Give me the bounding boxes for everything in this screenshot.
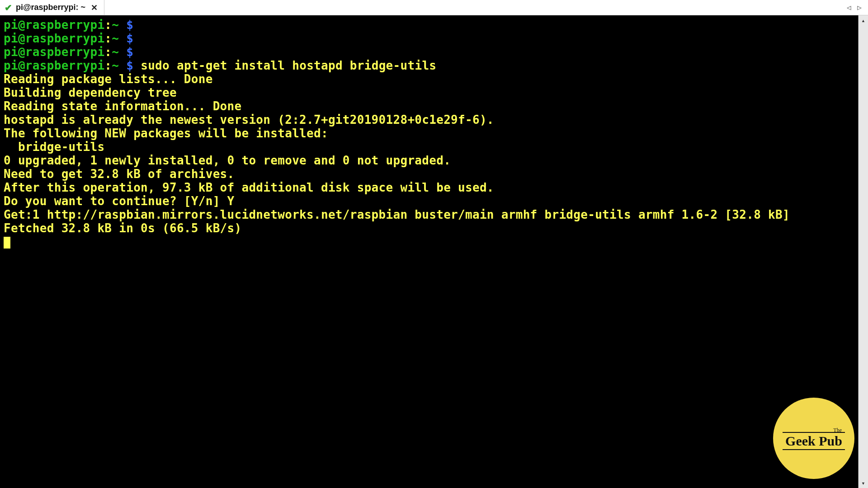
output-line: Building dependency tree	[4, 86, 177, 99]
output-line: Get:1 http://raspbian.mirrors.lucidnetwo…	[4, 208, 790, 221]
tab-nav: ◁ ▷	[845, 0, 868, 15]
prompt-sep: :	[104, 18, 112, 32]
watermark-logo: The Geek Pub	[773, 398, 854, 479]
scrollbar[interactable]: ▴ ▾	[858, 15, 868, 488]
prompt-user: pi@raspberrypi	[4, 45, 104, 59]
output-line: Need to get 32.8 kB of archives.	[4, 167, 235, 181]
terminal[interactable]: pi@raspberrypi:~ $ pi@raspberrypi:~ $ pi…	[0, 15, 858, 488]
tab-title: pi@raspberrypi: ~	[16, 3, 85, 12]
prompt-user: pi@raspberrypi	[4, 18, 104, 32]
prev-tab-icon[interactable]: ◁	[845, 3, 853, 12]
output-line: hostapd is already the newest version (2…	[4, 113, 494, 127]
output-line: Reading state information... Done	[4, 99, 241, 113]
output-line: Reading package lists... Done	[4, 72, 213, 86]
prompt-sep: :	[104, 59, 112, 72]
output-line: 0 upgraded, 1 newly installed, 0 to remo…	[4, 154, 451, 167]
prompt-path: ~	[112, 18, 119, 32]
prompt-sep: :	[104, 45, 112, 59]
prompt-symbol: $	[126, 18, 133, 32]
terminal-wrap: pi@raspberrypi:~ $ pi@raspberrypi:~ $ pi…	[0, 15, 868, 488]
output-line: bridge-utils	[4, 140, 104, 154]
terminal-tab[interactable]: ✔ pi@raspberrypi: ~ ✕	[0, 0, 104, 15]
prompt-user: pi@raspberrypi	[4, 32, 104, 45]
logo-main: Geek Pub	[783, 432, 845, 450]
prompt-symbol: $	[126, 59, 133, 72]
scroll-down-icon[interactable]: ▾	[859, 478, 868, 488]
prompt-user: pi@raspberrypi	[4, 59, 104, 72]
prompt-symbol: $	[126, 45, 133, 59]
prompt-symbol: $	[126, 32, 133, 45]
prompt-path: ~	[112, 32, 119, 45]
output-line: Do you want to continue? [Y/n] Y	[4, 194, 235, 208]
command-text: sudo apt-get install hostapd bridge-util…	[141, 59, 436, 72]
prompt-sep: :	[104, 32, 112, 45]
prompt-path: ~	[112, 45, 119, 59]
output-line: Fetched 32.8 kB in 0s (66.5 kB/s)	[4, 221, 241, 235]
close-icon[interactable]: ✕	[89, 3, 99, 13]
next-tab-icon[interactable]: ▷	[855, 3, 863, 12]
tab-bar: ✔ pi@raspberrypi: ~ ✕ ◁ ▷	[0, 0, 868, 15]
check-icon: ✔	[5, 2, 12, 13]
prompt-path: ~	[112, 59, 119, 72]
cursor	[4, 237, 10, 249]
output-line: The following NEW packages will be insta…	[4, 127, 328, 140]
scroll-up-icon[interactable]: ▴	[859, 15, 868, 25]
output-line: After this operation, 97.3 kB of additio…	[4, 181, 494, 194]
